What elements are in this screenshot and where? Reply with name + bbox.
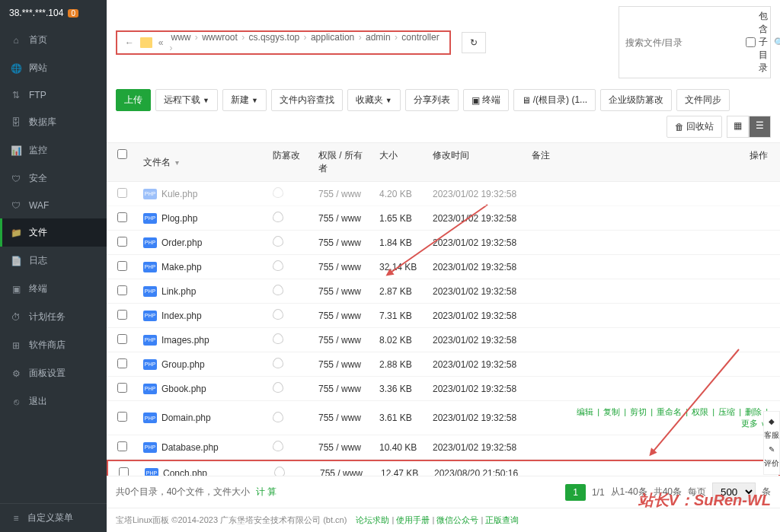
row-checkbox[interactable] <box>117 237 127 247</box>
table-row[interactable]: PHPMake.php 755 / www 32.14 KB 2023/01/0… <box>107 255 780 279</box>
shield-icon[interactable] <box>274 467 285 476</box>
shield-icon[interactable] <box>273 212 283 222</box>
file-name[interactable]: Domain.php <box>161 413 211 423</box>
footer-link[interactable]: 微信公众号 <box>436 515 478 524</box>
grid-view-button[interactable]: ▦ <box>727 116 749 138</box>
share-list-button[interactable]: 分享列表 <box>405 89 459 111</box>
breadcrumb-part[interactable]: admin <box>364 32 392 43</box>
tamper-button[interactable]: 企业级防篡改 <box>600 89 672 111</box>
breadcrumb-part[interactable]: application <box>309 32 356 43</box>
file-permission[interactable]: 755 / www <box>312 286 373 297</box>
file-name[interactable]: Kule.php <box>161 189 197 199</box>
file-permission[interactable]: 755 / www <box>312 237 373 248</box>
col-filename[interactable]: 文件名 ▾ <box>137 149 267 175</box>
file-name[interactable]: Order.php <box>161 237 202 248</box>
sidebar-item-settings[interactable]: ⚙面板设置 <box>0 359 107 387</box>
upload-button[interactable]: 上传 <box>116 89 151 111</box>
remote-download-button[interactable]: 远程下载▼ <box>155 89 218 111</box>
file-permission[interactable]: 755 / www <box>312 359 373 370</box>
row-checkbox[interactable] <box>117 383 127 393</box>
page-current[interactable]: 1 <box>565 484 586 501</box>
col-mtime[interactable]: 修改时间 <box>427 149 526 175</box>
col-tamper[interactable]: 防篡改 <box>267 149 312 175</box>
shield-icon[interactable] <box>273 358 283 368</box>
search-icon[interactable]: 🔍 <box>774 37 780 48</box>
sync-button[interactable]: 文件同步 <box>676 89 730 111</box>
file-name[interactable]: Database.php <box>161 442 219 453</box>
widget-item[interactable]: 客服 <box>764 428 779 443</box>
custom-menu[interactable]: ≡ 自定义菜单 <box>0 503 107 532</box>
search-input[interactable] <box>625 37 740 48</box>
select-all-checkbox[interactable] <box>117 149 127 159</box>
rootdir-button[interactable]: 🖥 /(根目录) (1... <box>513 89 596 111</box>
file-name[interactable]: Index.php <box>161 311 202 321</box>
row-checkbox[interactable] <box>119 467 129 476</box>
file-permission[interactable]: 755 / www <box>312 413 373 423</box>
shield-icon[interactable] <box>273 441 283 451</box>
favorites-button[interactable]: 收藏夹▼ <box>347 89 401 111</box>
sidebar-item-home[interactable]: ⌂首页 <box>0 26 107 54</box>
refresh-button[interactable]: ↻ <box>462 32 486 53</box>
content-search-button[interactable]: 文件内容查找 <box>271 89 343 111</box>
footer-link[interactable]: 论坛求助 <box>356 515 389 524</box>
file-permission[interactable]: 755 / www <box>312 311 373 321</box>
shield-icon[interactable] <box>273 382 283 393</box>
include-subdir-checkbox[interactable]: 包含子目录 <box>746 10 768 75</box>
file-name[interactable]: Plog.php <box>161 213 197 224</box>
sidebar-item-waf[interactable]: 🛡WAF <box>0 193 107 218</box>
file-permission[interactable]: 755 / www <box>314 468 375 476</box>
row-action[interactable]: 编辑 <box>575 407 595 416</box>
table-row[interactable]: PHPLink.php 755 / www 2.87 KB 2023/01/02… <box>107 279 780 304</box>
list-view-button[interactable]: ☰ <box>749 116 771 138</box>
row-checkbox[interactable] <box>117 261 127 271</box>
row-action[interactable]: 更多 <box>740 419 759 428</box>
calc-size-button[interactable]: 计 算 <box>256 486 277 499</box>
table-row[interactable]: PHPKule.php 755 / www 4.20 KB 2023/01/02… <box>107 182 780 206</box>
terminal-button[interactable]: ▣ 终端 <box>463 89 509 111</box>
breadcrumb-part[interactable]: cs.qsgys.top <box>248 32 302 43</box>
file-permission[interactable]: 755 / www <box>312 213 373 224</box>
row-action[interactable]: 剪切 <box>628 407 648 416</box>
file-name[interactable]: Conch.php <box>163 468 207 476</box>
file-permission[interactable]: 755 / www <box>312 189 373 199</box>
row-checkbox[interactable] <box>117 334 127 344</box>
sidebar-item-folder[interactable]: 📁文件 <box>0 218 107 247</box>
breadcrumb-part[interactable]: wwwroot <box>200 32 239 43</box>
shield-icon[interactable] <box>273 260 283 271</box>
row-action[interactable]: 重命名 <box>655 407 683 416</box>
table-row[interactable]: PHPImages.php 755 / www 8.02 KB 2023/01/… <box>107 328 780 352</box>
row-action[interactable]: 删除 <box>743 407 763 416</box>
shield-icon[interactable] <box>273 187 283 198</box>
chevron-left-icon[interactable]: « <box>157 37 165 48</box>
breadcrumb-part[interactable]: controller <box>400 32 440 43</box>
sidebar-item-db[interactable]: 🗄数据库 <box>0 108 107 136</box>
col-note[interactable]: 备注 <box>526 149 564 175</box>
sidebar-item-shield[interactable]: 🛡安全 <box>0 164 107 193</box>
shield-icon[interactable] <box>273 285 283 295</box>
sidebar-item-monitor[interactable]: 📊监控 <box>0 136 107 164</box>
sidebar-item-cron[interactable]: ⏱计划任务 <box>0 303 107 331</box>
breadcrumb-part[interactable]: www <box>170 32 193 43</box>
footer-link[interactable]: 使用手册 <box>396 515 430 524</box>
new-button[interactable]: 新建▼ <box>222 89 267 111</box>
file-name[interactable]: Group.php <box>161 359 205 370</box>
file-permission[interactable]: 755 / www <box>312 335 373 346</box>
sidebar-item-terminal[interactable]: ▣终端 <box>0 275 107 303</box>
table-row[interactable]: PHPConch.php 755 / www 12.47 KB 2023/08/… <box>107 460 780 476</box>
file-name[interactable]: Images.php <box>161 335 209 346</box>
table-row[interactable]: PHPIndex.php 755 / www 7.31 KB 2023/01/0… <box>107 304 780 328</box>
row-action[interactable]: 权限 <box>690 407 710 416</box>
recycle-button[interactable]: 🗑 回收站 <box>667 116 722 138</box>
row-checkbox[interactable] <box>117 441 127 451</box>
sidebar-item-log[interactable]: 📄日志 <box>0 247 107 275</box>
file-name[interactable]: Gbook.php <box>161 384 206 394</box>
col-permission[interactable]: 权限 / 所有者 <box>312 149 373 175</box>
row-checkbox[interactable] <box>117 310 127 320</box>
sidebar-item-store[interactable]: ⊞软件商店 <box>0 331 107 359</box>
file-permission[interactable]: 755 / www <box>312 262 373 272</box>
col-size[interactable]: 大小 <box>373 149 427 175</box>
sidebar-item-ftp[interactable]: ⇅FTP <box>0 82 107 108</box>
table-row[interactable]: PHPPlog.php 755 / www 1.65 KB 2023/01/02… <box>107 206 780 231</box>
file-permission[interactable]: 755 / www <box>312 384 373 394</box>
row-action[interactable]: 复制 <box>602 407 622 416</box>
